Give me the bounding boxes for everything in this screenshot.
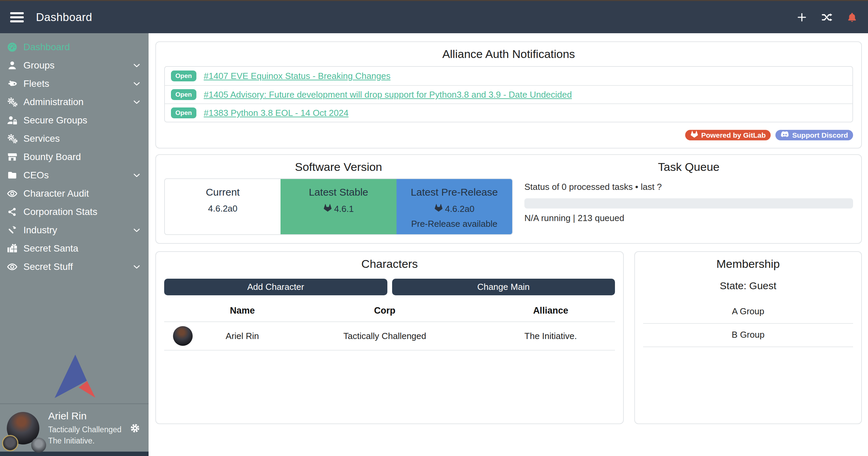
sidebar-item-administration[interactable]: Administration — [0, 93, 149, 111]
version-heading: Latest Stable — [281, 186, 396, 198]
status-panel: Software Version Current 4.6.2a0 Latest … — [155, 154, 862, 244]
gears-icon — [6, 133, 18, 145]
sidebar-item-label: Dashboard — [23, 42, 143, 53]
sidebar-item-character-audit[interactable]: Character Audit — [0, 184, 149, 203]
column-header-alliance: Alliance — [486, 299, 615, 322]
chevron-down-icon — [132, 171, 141, 180]
user-info: Ariel Rin Tactically Challenged The Init… — [48, 410, 121, 446]
gitlab-icon — [323, 203, 332, 215]
user-panel[interactable]: Ariel Rin Tactically Challenged The Init… — [0, 404, 149, 452]
version-latest-prerelease: Latest Pre-Release 4.6.2a0 Pre-Release a… — [397, 179, 512, 234]
version-heading: Current — [165, 186, 281, 198]
version-number: 4.6.2a0 — [445, 204, 475, 214]
powered-by-gitlab-badge[interactable]: Powered by GitLab — [685, 130, 771, 140]
sidebar-item-label: CEOs — [23, 170, 132, 181]
eye-icon — [6, 261, 18, 273]
change-main-button[interactable]: Change Main — [392, 279, 615, 295]
sidebar-item-industry[interactable]: Industry — [0, 221, 149, 239]
list-item: B Group — [643, 324, 853, 347]
badge-label: Powered by GitLab — [701, 131, 766, 139]
task-queue-caption: N/A running | 213 queued — [524, 213, 853, 223]
version-latest-stable: Latest Stable 4.6.1 — [281, 179, 396, 234]
chevron-down-icon — [132, 262, 141, 271]
status-badge: Open — [171, 71, 196, 81]
sidebar-item-label: Secure Groups — [23, 115, 143, 126]
notification-link[interactable]: #1383 Python 3.8 EOL - 14 Oct 2024 — [204, 108, 349, 118]
membership-title: Membership — [643, 257, 853, 271]
user-name: Ariel Rin — [48, 410, 121, 422]
prerelease-note: Pre-Release available — [397, 219, 512, 229]
bell-icon[interactable] — [846, 12, 858, 23]
cell-character-corp: Tactically Challenged — [283, 322, 486, 350]
sidebar-item-services[interactable]: Services — [0, 130, 149, 148]
list-item: A Group — [643, 300, 853, 324]
gear-icon[interactable] — [130, 423, 140, 434]
sidebar-item-bounty-board[interactable]: Bounty Board — [0, 148, 149, 166]
sidebar-item-secret-santa[interactable]: Secret Santa — [0, 239, 149, 258]
store-icon — [6, 151, 18, 163]
column-header-avatar — [164, 299, 201, 322]
characters-title: Characters — [164, 257, 615, 271]
page-title: Dashboard — [36, 11, 92, 24]
task-queue-progress-bar — [524, 198, 853, 209]
user-icon — [6, 59, 18, 72]
hamburger-icon[interactable] — [10, 12, 24, 22]
chevron-down-icon — [132, 79, 141, 88]
plus-icon[interactable] — [796, 12, 808, 23]
status-badge: Open — [171, 89, 196, 100]
membership-state: State: Guest — [643, 280, 853, 292]
status-badge: Open — [171, 107, 196, 118]
sidebar-item-dashboard[interactable]: Dashboard — [0, 38, 149, 56]
notifications-list: Open #1407 EVE Equinox Status - Breaking… — [164, 66, 853, 122]
task-queue-status: Status of 0 processed tasks • last ? — [524, 182, 853, 192]
sidebar-item-secure-groups[interactable]: Secure Groups — [0, 111, 149, 130]
version-number: 4.6.2a0 — [208, 203, 237, 214]
software-version-title: Software Version — [164, 160, 513, 174]
membership-panel: Membership State: Guest A Group B Group — [634, 251, 862, 424]
chevron-down-icon — [132, 226, 141, 235]
sidebar-item-corporation-stats[interactable]: Corporation Stats — [0, 203, 149, 221]
add-character-button[interactable]: Add Character — [164, 279, 387, 295]
gears-icon — [6, 96, 18, 108]
support-discord-badge[interactable]: Support Discord — [775, 130, 853, 140]
alliance-auth-logo — [52, 353, 97, 400]
chevron-down-icon — [132, 98, 141, 106]
corp-logo-badge — [2, 435, 18, 451]
sidebar-item-label: Industry — [23, 225, 132, 236]
sidebar-bottom-strip — [0, 452, 149, 456]
alliance-logo-badge — [31, 438, 46, 453]
sidebar-item-ceos[interactable]: CEOs — [0, 166, 149, 184]
character-avatar — [173, 326, 193, 346]
version-current: Current 4.6.2a0 — [165, 179, 281, 234]
sidebar-item-label: Secret Stuff — [23, 261, 132, 272]
shuffle-icon[interactable] — [821, 12, 833, 23]
footer-badges: Powered by GitLab Support Discord — [164, 130, 853, 140]
sidebar-item-groups[interactable]: Groups — [0, 56, 149, 75]
sidebar: Dashboard Groups Fleets — [0, 33, 149, 456]
column-header-corp: Corp — [283, 299, 486, 322]
sidebar-item-secret-stuff[interactable]: Secret Stuff — [0, 258, 149, 276]
notification-link[interactable]: #1407 EVE Equinox Status - Breaking Chan… — [204, 71, 391, 81]
sidebar-item-label: Corporation Stats — [23, 206, 143, 217]
notification-link[interactable]: #1405 Advisory: Future development will … — [204, 90, 572, 100]
gauge-icon — [6, 41, 18, 53]
gitlab-icon — [434, 203, 443, 215]
characters-table: Name Corp Alliance Ariel Rin Tactically … — [164, 299, 615, 351]
gitlab-icon — [690, 130, 698, 140]
sidebar-item-label: Bounty Board — [23, 152, 143, 162]
column-header-name: Name — [201, 299, 283, 322]
cell-character-name: Ariel Rin — [201, 322, 283, 350]
main-content: Alliance Auth Notifications Open #1407 E… — [149, 33, 868, 456]
chevron-down-icon — [132, 61, 141, 70]
eye-icon — [6, 187, 18, 200]
sidebar-item-label: Services — [23, 133, 143, 144]
sidebar-item-label: Fleets — [23, 78, 132, 89]
shuttle-icon — [6, 78, 18, 90]
user-corp: Tactically Challenged — [48, 424, 121, 435]
sidebar-item-fleets[interactable]: Fleets — [0, 75, 149, 93]
sidebar-item-label: Character Audit — [23, 188, 143, 199]
version-heading: Latest Pre-Release — [397, 186, 512, 198]
notification-row: Open #1405 Advisory: Future development … — [165, 85, 852, 103]
sidebar-item-label: Secret Santa — [23, 243, 143, 254]
user-lock-icon — [6, 114, 18, 126]
